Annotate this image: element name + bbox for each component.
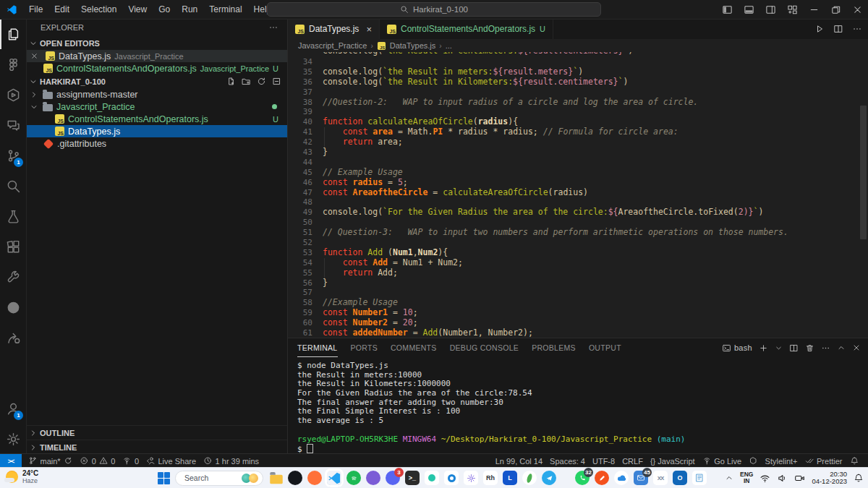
terminal-output[interactable]: $ node DataTypes.jsthe Result in meters:… bbox=[288, 357, 868, 453]
activity-hexagon-app[interactable] bbox=[0, 80, 26, 110]
volume-icon[interactable] bbox=[777, 473, 788, 484]
remote-indicator[interactable]: >< bbox=[0, 454, 22, 468]
terminal-dropdown-icon[interactable] bbox=[775, 344, 783, 352]
close-icon[interactable] bbox=[30, 52, 41, 60]
panel-tab-comments[interactable]: COMMENTS bbox=[391, 338, 437, 357]
status-time-tracker[interactable]: 1 hr 39 mins bbox=[200, 456, 263, 466]
new-file-icon[interactable] bbox=[226, 77, 236, 86]
status-problems[interactable]: 00 bbox=[76, 456, 119, 466]
taskbar-terminal-app-icon[interactable]: >_ bbox=[405, 471, 420, 485]
collapse-folders-icon[interactable] bbox=[272, 77, 281, 86]
menu-terminal[interactable]: Terminal bbox=[203, 3, 247, 16]
menu-selection[interactable]: Selection bbox=[75, 3, 122, 16]
status-eslint[interactable] bbox=[745, 456, 762, 466]
taskbar-notes-app-icon[interactable] bbox=[692, 471, 707, 485]
panel-tab-output[interactable]: OUTPUT bbox=[589, 338, 621, 357]
taskbar-settings-app-icon[interactable] bbox=[464, 471, 478, 485]
taskbar-l-app-icon[interactable]: L bbox=[503, 471, 517, 485]
taskbar-cloud-app-icon[interactable] bbox=[614, 471, 629, 485]
start-button[interactable] bbox=[158, 472, 170, 484]
status-encoding[interactable]: UTF-8 bbox=[589, 457, 618, 466]
menu-edit[interactable]: Edit bbox=[48, 3, 75, 16]
restore-button[interactable] bbox=[825, 0, 846, 19]
activity-testing[interactable] bbox=[0, 201, 26, 231]
activity-chat[interactable] bbox=[0, 110, 26, 140]
run-file-button[interactable] bbox=[814, 24, 825, 34]
activity-explorer[interactable] bbox=[0, 19, 26, 49]
tree-item[interactable]: assignments-master bbox=[26, 88, 287, 100]
tree-item[interactable]: JSControlStatementsAndOperators.jsU bbox=[26, 113, 287, 125]
toggle-sidebar-button[interactable] bbox=[716, 0, 738, 19]
taskbar-github-purple-icon[interactable] bbox=[366, 471, 380, 485]
taskbar-telegram-icon[interactable] bbox=[542, 471, 556, 485]
editor-scrollbar[interactable] bbox=[860, 106, 867, 239]
outline-header[interactable]: OUTLINE bbox=[26, 425, 287, 440]
activity-github[interactable] bbox=[0, 292, 26, 322]
menu-view[interactable]: View bbox=[122, 3, 153, 16]
taskbar-mongodb-icon[interactable] bbox=[522, 471, 537, 485]
new-folder-icon[interactable] bbox=[242, 77, 251, 86]
maximize-panel-button[interactable] bbox=[837, 343, 846, 352]
breadcrumb-item[interactable]: Javascript_Practice bbox=[298, 41, 367, 50]
clock-date[interactable]: 20:3004-12-2023 bbox=[812, 471, 847, 486]
split-terminal-button[interactable] bbox=[789, 343, 799, 353]
open-editor-item[interactable]: JSControlStatementsAndOperators.jsJavasc… bbox=[26, 62, 287, 74]
new-terminal-button[interactable] bbox=[759, 343, 768, 353]
split-editor-button[interactable] bbox=[833, 24, 843, 34]
camera-icon[interactable] bbox=[794, 473, 805, 484]
timeline-header[interactable]: TIMELINE bbox=[26, 440, 287, 454]
language-indicator[interactable]: ENGIN bbox=[740, 471, 753, 484]
command-center-search[interactable]: Harkirat_0-100 bbox=[267, 2, 601, 17]
menu-go[interactable]: Go bbox=[153, 3, 176, 16]
menu-run[interactable]: Run bbox=[176, 3, 203, 16]
taskbar-vscode-icon[interactable] bbox=[327, 471, 341, 485]
code-editor[interactable]: console.log(`the Result in centimeters:$… bbox=[288, 52, 868, 338]
activity-search[interactable] bbox=[0, 171, 26, 201]
weather-widget[interactable]: 24°C Haze bbox=[6, 469, 38, 484]
panel-tab-ports[interactable]: PORTS bbox=[351, 338, 378, 357]
panel-tab-problems[interactable]: PROBLEMS bbox=[532, 338, 576, 357]
status-ports[interactable]: 0 bbox=[119, 456, 142, 466]
status-live-share[interactable]: Live Share bbox=[142, 456, 200, 466]
activity-extensions[interactable] bbox=[0, 231, 26, 262]
panel-tab-debug-console[interactable]: DEBUG CONSOLE bbox=[450, 338, 519, 357]
kill-terminal-button[interactable] bbox=[805, 343, 814, 353]
close-tab-icon[interactable]: × bbox=[366, 24, 372, 35]
activity-source-control[interactable]: 1 bbox=[0, 140, 26, 171]
open-editors-header[interactable]: OPEN EDITORS bbox=[26, 36, 287, 50]
status-stylelint[interactable]: Stylelint+ bbox=[762, 457, 801, 466]
taskbar-github-desktop-dark-icon[interactable] bbox=[288, 471, 302, 485]
close-panel-button[interactable] bbox=[852, 343, 861, 352]
terminal-shell-label[interactable]: bash bbox=[722, 343, 752, 353]
taskbar-outlook-icon[interactable]: O bbox=[673, 471, 687, 485]
taskbar-file-explorer-icon[interactable] bbox=[268, 471, 283, 485]
status-cursor-position[interactable]: Ln 99, Col 14 bbox=[492, 457, 546, 466]
more-actions-icon[interactable] bbox=[821, 343, 830, 353]
toggle-secondary-sidebar-button[interactable] bbox=[760, 0, 781, 19]
taskbar-pen-app-icon[interactable] bbox=[595, 471, 609, 485]
more-actions-icon[interactable] bbox=[852, 24, 862, 34]
panel-tab-terminal[interactable]: TERMINAL bbox=[297, 338, 338, 357]
taskbar-spotify-icon[interactable] bbox=[346, 471, 361, 485]
breadcrumb-item[interactable]: ... bbox=[446, 41, 452, 50]
refresh-explorer-icon[interactable] bbox=[257, 77, 266, 86]
breadcrumb[interactable]: Javascript_Practice›JSDataTypes.js›... bbox=[288, 39, 868, 52]
more-actions-icon[interactable] bbox=[268, 22, 278, 33]
status-language-mode[interactable]: {} JavaScript bbox=[647, 457, 699, 466]
breadcrumb-item[interactable]: DataTypes.js bbox=[390, 41, 436, 50]
status-go-live[interactable]: Go Live bbox=[699, 456, 745, 466]
tree-item[interactable]: JSDataTypes.js bbox=[26, 125, 287, 137]
tree-item[interactable]: Javascript_Practice bbox=[26, 100, 287, 113]
status-eol[interactable]: CRLF bbox=[618, 457, 647, 466]
menu-file[interactable]: File bbox=[23, 3, 48, 16]
hidden-icons-chevron[interactable] bbox=[725, 474, 733, 482]
editor-tab[interactable]: JSControlStatementsAndOperators.jsU bbox=[380, 19, 553, 39]
taskbar-mail-icon[interactable]: 45 bbox=[634, 471, 648, 485]
taskbar-rh-app-icon[interactable]: Rh bbox=[483, 471, 498, 485]
taskbar-discord-icon[interactable]: 3 bbox=[386, 471, 400, 485]
workspace-header[interactable]: HARKIRAT_0-100 bbox=[26, 74, 287, 88]
close-window-button[interactable] bbox=[846, 0, 868, 19]
open-editor-item[interactable]: JSDataTypes.jsJavascript_Practice bbox=[26, 50, 287, 62]
activity-remote-tools[interactable] bbox=[0, 262, 26, 292]
editor-tab[interactable]: JSDataTypes.js× bbox=[288, 19, 380, 39]
